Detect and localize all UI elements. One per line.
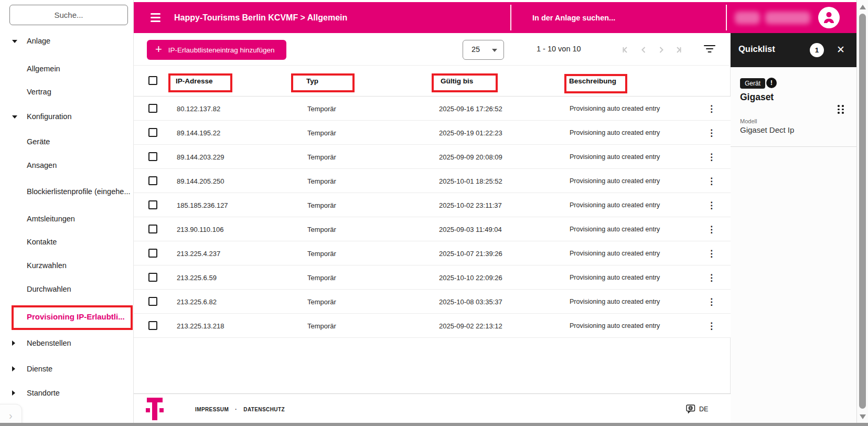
close-icon[interactable]: ✕ [837,44,845,56]
kebab-menu-icon[interactable]: ⋮ [707,151,716,162]
row-checkbox[interactable] [148,297,157,306]
sidebar-item-kontakte[interactable]: Kontakte [0,236,134,248]
quicklist-count-badge: 1 [810,43,824,57]
kebab-menu-icon[interactable]: ⋮ [707,248,716,259]
topbar-divider [510,5,511,30]
sidebar-item-anlage[interactable]: Anlage [0,35,134,47]
plant-search-input[interactable] [532,2,721,33]
table-row: 213.225.4.237 Temporär 2025-10-07 21:39:… [134,241,731,265]
sidebar-item-kurzwahlen[interactable]: Kurzwahlen [0,259,134,272]
row-checkbox[interactable] [148,104,157,113]
sidebar-item-provisioning-ip-erlaubtliste[interactable]: Provisioning IP-Erlaubtli... [0,310,134,323]
kebab-menu-icon[interactable]: ⋮ [707,103,716,114]
breadcrumb-title: Happy-Tourisms Berlin KCVMF > Allgemein [174,2,347,33]
window-bottom-edge [0,423,868,426]
sidebar: Anlage Allgemein Vertrag Konfiguration G… [0,0,134,423]
column-header-ip[interactable]: IP-Adresse [176,77,213,85]
table-row: 89.144.203.229 Temporär 2025-09-09 20:08… [134,145,731,169]
app-window: Anlage Allgemein Vertrag Konfiguration G… [0,0,868,426]
sidebar-item-ansagen[interactable]: Ansagen [0,159,134,172]
next-page-button[interactable] [656,45,666,55]
row-checkbox[interactable] [148,273,157,282]
sidebar-item-nebenstellen[interactable]: Nebenstellen [0,337,134,349]
prev-page-button[interactable] [639,45,649,55]
kebab-menu-icon[interactable]: ⋮ [707,175,716,186]
topbar: Happy-Tourisms Berlin KCVMF > Allgemein [134,2,856,33]
device-name: Gigaset [740,92,774,103]
filter-icon[interactable] [703,45,716,55]
sidebar-item-standorte[interactable]: Standorte [0,387,134,399]
table-row: 89.144.195.22 Temporär 2025-09-19 01:22:… [134,121,731,145]
scroll-down-icon[interactable] [860,414,866,419]
kebab-menu-icon[interactable]: ⋮ [707,320,716,331]
kebab-menu-icon[interactable]: ⋮ [707,127,716,138]
sidebar-item-amtsleitungen[interactable]: Amtsleitungen [0,212,134,225]
user-avatar[interactable] [818,7,840,28]
table-row: 213.225.6.82 Temporär 2025-10-08 03:35:3… [134,290,731,314]
hamburger-menu-icon[interactable] [151,13,160,23]
table-row: 213.225.13.218 Temporär 2025-09-02 22:13… [134,314,731,338]
table-header: IP-Adresse Typ Gültig bis Beschreibung [134,65,731,97]
sidebar-search-input[interactable] [9,5,128,25]
first-page-button[interactable] [620,45,631,55]
sidebar-item-geraete[interactable]: Geräte [0,135,134,148]
sidebar-item-allgemein[interactable]: Allgemein [0,62,134,75]
topbar-divider [726,5,727,30]
model-label: Modell [740,118,757,124]
row-checkbox[interactable] [148,152,157,161]
impressum-link[interactable]: IMPRESSUM [195,407,229,412]
footer: IMPRESSUM · DATENSCHUTZ DE [134,393,731,423]
row-checkbox[interactable] [148,225,157,233]
quicklist-item-card[interactable]: Gerät ! Gigaset Modell Gigaset Dect Ip [731,67,856,147]
last-page-button[interactable] [673,45,683,55]
table-row: 185.185.236.127 Temporär 2025-10-02 23:1… [134,193,731,217]
kebab-menu-icon[interactable]: ⋮ [707,296,716,307]
column-header-gueltig-bis[interactable]: Gültig bis [441,77,473,85]
row-checkbox[interactable] [148,128,157,137]
chevron-right-icon [12,340,15,346]
quicklist-title: Quicklist [738,44,775,54]
globe-bubble-icon [686,404,695,413]
chevron-right-icon [12,366,15,371]
column-header-typ[interactable]: Typ [306,77,318,85]
telekom-t-logo [146,398,164,420]
row-checkbox[interactable] [148,200,157,209]
table-row: 213.225.6.59 Temporär 2025-10-10 22:09:2… [134,265,731,290]
scroll-up-icon[interactable] [860,5,866,9]
language-selector[interactable]: DE [686,404,708,413]
select-all-checkbox[interactable] [148,76,157,85]
exclamation-icon: ! [766,78,777,88]
add-ip-allowlist-entry-button[interactable]: + IP-Erlaubtlisteneintrag hinzufügen [147,40,286,60]
chevron-down-icon [12,115,17,119]
kebab-menu-icon[interactable]: ⋮ [707,199,716,210]
sidebar-item-dienste[interactable]: Dienste [0,363,134,375]
table-row: 80.122.137.82 Temporär 2025-09-16 17:26:… [134,97,731,121]
vertical-scrollbar[interactable] [856,0,868,423]
sidebar-item-durchwahlen[interactable]: Durchwahlen [0,283,134,295]
sidebar-item-blockierlistenprofile[interactable]: Blockierlistenprofile (eingehe... [0,185,134,198]
sidebar-item-vertrag[interactable]: Vertrag [0,86,134,98]
footer-separator: · [235,407,237,412]
column-header-beschreibung[interactable]: Beschreibung [569,77,616,85]
sidebar-item-konfiguration[interactable]: Konfiguration [0,110,134,123]
page-size-select[interactable]: 25 [463,40,504,60]
redacted-username [765,12,810,24]
kebab-menu-icon[interactable]: ⋮ [707,223,716,235]
model-value: Gigaset Dect Ip [740,125,794,134]
redacted-username [735,12,760,24]
quicklist-header: Quicklist 1 ✕ [731,33,856,67]
row-checkbox[interactable] [148,321,157,330]
scrollbar-thumb[interactable] [859,14,866,409]
drag-handle-icon[interactable] [838,105,844,114]
plus-icon: + [155,44,162,55]
chevron-right-icon [12,390,15,396]
row-checkbox[interactable] [148,176,157,185]
kebab-menu-icon[interactable]: ⋮ [707,272,716,283]
row-checkbox[interactable] [148,249,157,258]
person-icon [823,11,835,24]
table-row: 89.144.205.250 Temporär 2025-10-01 18:25… [134,169,731,193]
device-type-badge: Gerät [740,78,765,89]
chevron-right-icon: › [9,410,13,422]
main-content: + IP-Erlaubtlisteneintrag hinzufügen 25 … [134,33,731,423]
datenschutz-link[interactable]: DATENSCHUTZ [243,407,285,412]
